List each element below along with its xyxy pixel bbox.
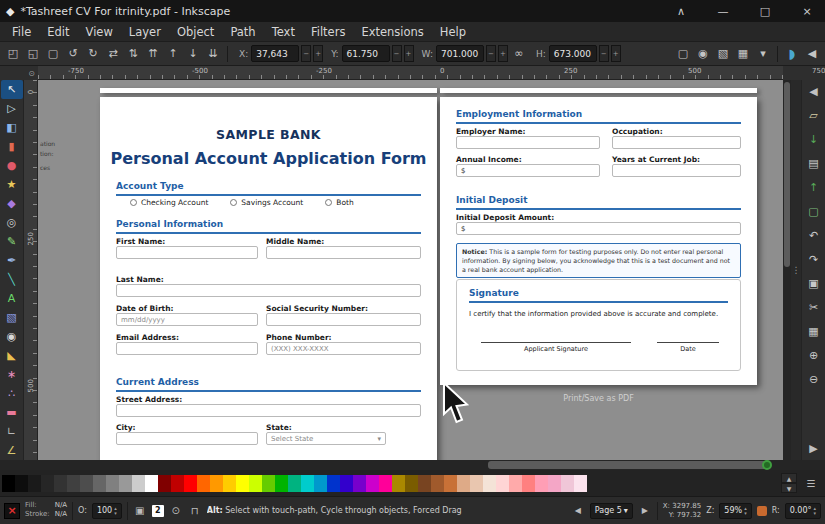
palette-swatch[interactable]: [15, 475, 28, 492]
height-decrement-button[interactable]: −: [599, 45, 609, 62]
transform-corners-toggle-icon[interactable]: ◉: [694, 45, 712, 63]
y-decrement-button[interactable]: −: [392, 45, 402, 62]
palette-swatch[interactable]: [340, 475, 353, 492]
paste-icon[interactable]: ▦: [804, 322, 824, 341]
rotation-icon[interactable]: [757, 506, 767, 516]
palette-swatch[interactable]: [119, 475, 132, 492]
height-field[interactable]: 673.000: [549, 45, 597, 62]
dob-field[interactable]: mm/dd/yyyy: [116, 313, 258, 326]
maximize-button[interactable]: □: [747, 0, 783, 22]
palette-swatch[interactable]: [509, 475, 522, 492]
no-paint-swatch[interactable]: ×: [4, 503, 20, 519]
horizontal-ruler[interactable]: -750-500-2500250500750: [38, 66, 783, 80]
applicant-signature-line[interactable]: Applicant Signature: [481, 342, 631, 353]
export-icon[interactable]: ↑: [804, 178, 824, 197]
street-field[interactable]: [116, 404, 421, 417]
y-increment-button[interactable]: +: [404, 45, 414, 62]
menu-item[interactable]: Path: [222, 22, 263, 41]
dropper-tool[interactable]: ◉: [1, 327, 23, 346]
palette-swatch[interactable]: [496, 475, 509, 492]
collapse-panel-icon[interactable]: ◀: [804, 82, 824, 101]
palette-swatch[interactable]: [535, 475, 548, 492]
radio-icon[interactable]: [230, 199, 237, 206]
flip-vertical-icon[interactable]: ⇅: [124, 45, 142, 63]
next-page-button[interactable]: ▶: [638, 503, 652, 519]
state-select[interactable]: Select State ▾: [266, 432, 386, 445]
menu-item[interactable]: Object: [169, 22, 222, 41]
rotate-cw-icon[interactable]: ↻: [84, 45, 102, 63]
palette-swatch[interactable]: [366, 475, 379, 492]
palette-swatch[interactable]: [41, 475, 54, 492]
occupation-field[interactable]: [612, 136, 741, 149]
deposit-amount-field[interactable]: $: [456, 222, 741, 235]
rectangle-tool[interactable]: ▮: [1, 137, 23, 156]
x-increment-button[interactable]: +: [313, 45, 323, 62]
transform-pattern-toggle-icon[interactable]: ▦: [734, 45, 752, 63]
palette-swatch[interactable]: [548, 475, 561, 492]
palette-swatch[interactable]: [93, 475, 106, 492]
years-field[interactable]: [612, 164, 741, 177]
star-tool[interactable]: ★: [1, 175, 23, 194]
measure-tool[interactable]: ∠: [1, 441, 23, 460]
menu-item[interactable]: File: [4, 22, 39, 41]
layer-visibility-eye-icon[interactable]: ⊙: [169, 504, 183, 518]
palette-swatch[interactable]: [522, 475, 535, 492]
print-save-label[interactable]: Print/Save as PDF: [440, 394, 757, 403]
snap-controls-icon[interactable]: ◗: [783, 45, 801, 63]
document-properties-icon[interactable]: ▢: [804, 202, 824, 221]
email-field[interactable]: [116, 342, 258, 355]
box-3d-tool[interactable]: ◆: [1, 194, 23, 213]
rotation-spinner[interactable]: ▴▾: [813, 506, 816, 516]
palette-swatch[interactable]: [379, 475, 392, 492]
palette-swatch[interactable]: [236, 475, 249, 492]
horizontal-scrollbar[interactable]: [0, 460, 825, 470]
menu-item[interactable]: Help: [432, 22, 474, 41]
date-line[interactable]: Date: [657, 342, 719, 353]
toolbar-dropdown-icon[interactable]: ▾: [754, 45, 772, 63]
palette-swatch[interactable]: [54, 475, 67, 492]
height-increment-button[interactable]: +: [611, 45, 621, 62]
palette-swatch[interactable]: [197, 475, 210, 492]
palette-menu-icon[interactable]: ☰: [800, 473, 822, 493]
zoom-out-icon[interactable]: ⊖: [804, 370, 824, 389]
palette-swatch[interactable]: [80, 475, 93, 492]
selector-tool[interactable]: ↖: [1, 80, 23, 99]
palette-swatch[interactable]: [171, 475, 184, 492]
redo-icon[interactable]: ↷: [804, 250, 824, 269]
menu-item[interactable]: Extensions: [353, 22, 431, 41]
layer-badge[interactable]: 2: [152, 505, 164, 517]
ssn-field[interactable]: [266, 313, 421, 326]
income-field[interactable]: $: [456, 164, 600, 177]
blend-mode-icon[interactable]: ▣: [133, 504, 147, 518]
vertical-ruler[interactable]: 0250500: [24, 80, 38, 460]
radio-icon[interactable]: [325, 199, 332, 206]
palette-swatch[interactable]: [457, 475, 470, 492]
close-button[interactable]: ×: [789, 0, 825, 22]
connector-tool[interactable]: ∟: [1, 422, 23, 441]
copy-icon[interactable]: ▣: [804, 274, 824, 293]
palette-swatch[interactable]: [2, 475, 15, 492]
palette-swatch[interactable]: [249, 475, 262, 492]
zoom-field[interactable]: 59% ▴▾: [719, 503, 751, 519]
calligraphy-tool[interactable]: ╲: [1, 270, 23, 289]
palette-swatch[interactable]: [392, 475, 405, 492]
width-decrement-button[interactable]: −: [486, 45, 496, 62]
flip-horizontal-icon[interactable]: ⇄: [104, 45, 122, 63]
palette-scroll-up-button[interactable]: ▲: [781, 473, 797, 483]
titlebar-chevron-icon[interactable]: ∧: [663, 0, 699, 22]
palette-swatch[interactable]: [431, 475, 444, 492]
lower-icon[interactable]: ↓: [184, 45, 202, 63]
spray-tool[interactable]: ∴: [1, 384, 23, 403]
opacity-field[interactable]: 100 ▴▾: [92, 503, 122, 519]
previous-page-button[interactable]: ◀: [571, 503, 585, 519]
palette-swatch[interactable]: [28, 475, 41, 492]
eraser-tool[interactable]: ▬: [1, 403, 23, 422]
opacity-spinner[interactable]: ▴▾: [114, 506, 117, 516]
layer-lock-icon[interactable]: ⊓: [188, 504, 202, 518]
menu-item[interactable]: Layer: [121, 22, 169, 41]
spiral-tool[interactable]: ◎: [1, 213, 23, 232]
palette-swatch[interactable]: [184, 475, 197, 492]
zoom-spinner[interactable]: ▴▾: [744, 506, 747, 516]
ellipse-tool[interactable]: ●: [1, 156, 23, 175]
employer-field[interactable]: [456, 136, 600, 149]
